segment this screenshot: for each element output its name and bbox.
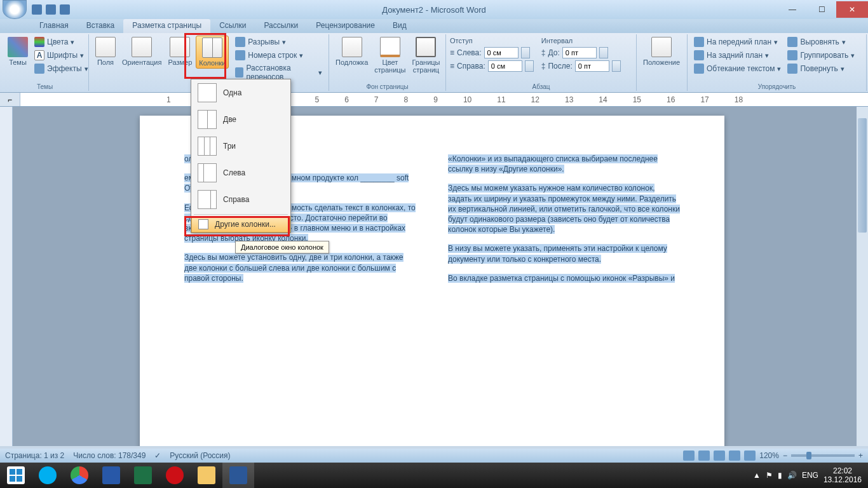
taskbar-paint[interactable] [191, 463, 222, 488]
line-numbers-button[interactable]: Номера строк ▾ [233, 49, 325, 62]
vertical-ruler[interactable] [0, 107, 13, 446]
taskbar-chrome[interactable] [64, 463, 95, 488]
qat-redo-icon[interactable] [60, 4, 70, 15]
rotate-button[interactable]: Повернуть ▾ [785, 62, 857, 75]
columns-option-left[interactable]: Слева [191, 159, 290, 186]
indent-left-spinner[interactable] [521, 47, 530, 58]
theme-effects[interactable]: Эффекты ▾ [32, 62, 91, 75]
tray-volume-icon[interactable]: 🔊 [787, 471, 797, 480]
ruler-corner[interactable]: ⌐ [0, 93, 20, 106]
maximize-button[interactable]: ☐ [807, 1, 836, 18]
size-button[interactable]: Размер [165, 36, 194, 67]
indent-right-icon: ≡ [450, 62, 454, 71]
group-button[interactable]: Группировать ▾ [785, 49, 857, 62]
spacing-before-spinner[interactable] [599, 47, 608, 58]
office-button[interactable] [3, 0, 27, 19]
indent-right-input[interactable] [488, 60, 522, 72]
columns-dropdown: Одна Две Три Слева Справа Другие колонки… [191, 79, 291, 233]
page-borders-button[interactable]: Границы страниц [409, 36, 442, 75]
view-print-layout[interactable] [683, 451, 695, 461]
tray-clock[interactable]: 22:0213.12.2016 [824, 466, 862, 485]
columns-option-three[interactable]: Три [191, 133, 290, 159]
taskbar-save[interactable] [95, 463, 127, 488]
indent-left-input[interactable] [484, 47, 519, 58]
columns-option-one[interactable]: Одна [191, 79, 290, 106]
tab-view[interactable]: Вид [384, 19, 416, 33]
orientation-button[interactable]: Ориентация [119, 36, 164, 67]
indent-left-icon: ≡ [450, 48, 454, 57]
margins-button[interactable]: Поля [93, 36, 118, 67]
align-button[interactable]: Выровнять ▾ [785, 36, 857, 48]
tab-page-layout[interactable]: Разметка страницы [123, 19, 210, 33]
zoom-slider[interactable] [791, 454, 855, 457]
status-page[interactable]: Страница: 1 из 2 [5, 451, 64, 460]
send-back-button[interactable]: На задний план ▾ [691, 49, 783, 62]
status-language[interactable]: Русский (Россия) [170, 451, 230, 460]
qat-undo-icon[interactable] [46, 4, 56, 15]
status-proofing-icon[interactable]: ✓ [154, 451, 161, 460]
zoom-out-button[interactable]: − [783, 451, 787, 460]
taskbar-opera[interactable] [159, 463, 191, 488]
columns-option-two[interactable]: Две [191, 106, 290, 133]
position-button[interactable]: Положение [641, 36, 682, 67]
view-web-layout[interactable] [714, 451, 725, 461]
document-column-2: «Колонки» и из выпадающего списка выбира… [448, 154, 680, 446]
spacing-after-icon: ‡ [541, 62, 546, 71]
taskbar-word[interactable] [222, 463, 254, 488]
taskbar-skype[interactable] [32, 463, 64, 488]
columns-more-options[interactable]: Другие колонки... [191, 216, 290, 233]
qat-save-icon[interactable] [32, 4, 42, 15]
zoom-in-button[interactable]: + [858, 451, 863, 460]
tray-show-hidden-icon[interactable]: ▲ [753, 471, 761, 480]
spacing-after-input[interactable] [575, 60, 609, 72]
ribbon-tabs: Главная Вставка Разметка страницы Ссылки… [0, 19, 868, 33]
theme-colors[interactable]: Цвета ▾ [32, 36, 91, 48]
start-button[interactable] [0, 463, 32, 488]
watermark-button[interactable]: Подложка [333, 36, 370, 67]
zoom-level[interactable]: 120% [759, 451, 779, 460]
wrap-text-button[interactable]: Обтекание текстом ▾ [691, 62, 783, 75]
columns-button[interactable]: Колонки [196, 36, 229, 69]
spacing-before-input[interactable] [562, 47, 597, 58]
vertical-scrollbar[interactable] [857, 107, 868, 446]
view-draft[interactable] [744, 451, 756, 461]
theme-fonts[interactable]: AШрифты ▾ [32, 49, 91, 62]
tab-insert[interactable]: Вставка [78, 19, 124, 33]
columns-option-right[interactable]: Справа [191, 186, 290, 213]
spacing-before-icon: ‡ [541, 48, 546, 57]
tooltip: Диалоговое окно колонок [235, 241, 329, 254]
minimize-button[interactable]: — [778, 1, 807, 18]
bring-front-button[interactable]: На передний план ▾ [691, 36, 783, 48]
taskbar-excel[interactable] [127, 463, 159, 488]
tab-references[interactable]: Ссылки [210, 19, 255, 33]
indent-right-spinner[interactable] [525, 60, 534, 72]
tab-home[interactable]: Главная [31, 19, 78, 33]
view-full-screen[interactable] [698, 451, 710, 461]
window-title: Документ2 - Microsoft Word [382, 5, 486, 15]
tab-review[interactable]: Рецензирование [307, 19, 384, 33]
tray-network-icon[interactable]: ▮ [778, 471, 782, 480]
breaks-button[interactable]: Разрывы ▾ [233, 36, 325, 48]
tray-language[interactable]: ENG [802, 471, 818, 480]
status-words[interactable]: Число слов: 178/349 [73, 451, 146, 460]
themes-button[interactable]: Темы [5, 36, 31, 67]
tray-action-center-icon[interactable]: ⚑ [766, 471, 773, 480]
tab-mailings[interactable]: Рассылки [255, 19, 307, 33]
view-outline[interactable] [729, 451, 740, 461]
horizontal-ruler[interactable]: 1123456789101112131415161718 [20, 93, 868, 106]
spacing-after-spinner[interactable] [612, 60, 621, 72]
close-button[interactable]: ✕ [836, 1, 868, 18]
page-color-button[interactable]: Цвет страницы [372, 36, 408, 75]
